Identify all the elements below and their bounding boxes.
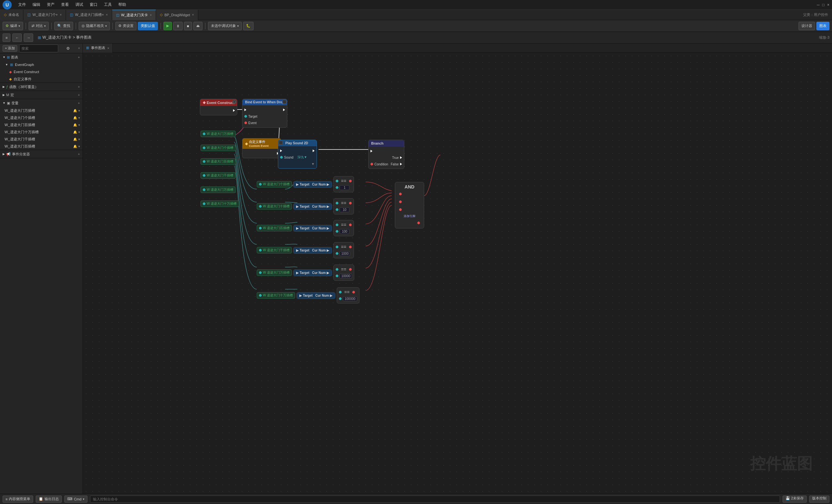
unsaved-btn[interactable]: 💾 2未保存 [783, 496, 807, 503]
cmp-wan-out[interactable] [258, 271, 262, 274]
hide-unrelated-button[interactable]: ◎ 隐藏不相关 ▾ [79, 22, 110, 30]
eq6-in1[interactable] [339, 290, 342, 294]
eq-node-4[interactable]: == 1000 [334, 242, 354, 258]
var-arrow-icon[interactable]: ▾ [78, 109, 80, 112]
tab-w-gate-lock[interactable]: ◫ W_遗迹大门关卡 × [112, 10, 156, 20]
nav-forward-btn[interactable]: → [24, 33, 33, 42]
exec-out-pin[interactable] [233, 109, 235, 112]
output-log-btn[interactable]: 📋 输出日志 [36, 496, 62, 503]
var-bai-out[interactable] [202, 160, 206, 163]
graph-canvas[interactable]: ◆ Event Construct □ Bind Event to When D… [83, 53, 832, 494]
var-getter-compare-shiwan[interactable]: W 遗迹大门十万插槽 [257, 292, 295, 299]
var-getter-shiwan[interactable]: W 遗迹大门十万插槽 [201, 201, 239, 207]
play-button[interactable]: ▶ [163, 22, 172, 30]
eq4-value[interactable]: 1000 [340, 251, 350, 256]
section-graph-add[interactable]: + [78, 55, 80, 59]
tab-w-gate-lock-close[interactable]: × [150, 13, 152, 17]
pause-button[interactable]: ⏸ [173, 22, 183, 30]
debug-dropdown-icon[interactable]: ▾ [237, 24, 239, 28]
eq-node-6[interactable]: == 100000 [337, 287, 359, 303]
var-item-wan[interactable]: W_遗迹大门万插槽 🔔 ▾ [0, 107, 82, 114]
and-out-pin[interactable] [417, 221, 420, 224]
node-and[interactable]: AND 添加引脚 [395, 182, 424, 229]
section-variables-header[interactable]: ▼ ▣ 变量 + [0, 99, 82, 107]
and-add-pin[interactable]: 添加引脚 [397, 214, 422, 218]
play-exec-in-pin[interactable] [280, 150, 282, 152]
eq6-value[interactable]: 100000 [343, 296, 357, 301]
stop-button[interactable]: ■ [184, 22, 192, 30]
bind-collapse-btn[interactable] [282, 100, 286, 104]
section-dispatchers-header[interactable]: ▶ 📢 事件分发器 + [0, 150, 82, 158]
cmp-node-6[interactable]: ▶ Target Cur Num ▶ [296, 292, 335, 299]
var-bai-bell-icon[interactable]: 🔔 [73, 123, 77, 127]
compare-dropdown-icon[interactable]: ▾ [44, 24, 46, 28]
version-control-btn[interactable]: 版本控制 [809, 496, 829, 503]
cmp-node-3[interactable]: ▶ Target Cur Num ▶ [293, 225, 332, 232]
var-shiwan-arrow-icon[interactable]: ▾ [78, 130, 80, 134]
menu-window[interactable]: 窗口 [87, 1, 100, 8]
branch-condition-in[interactable] [370, 162, 373, 166]
tab-w-gate-small[interactable]: ◫ W_遗迹大门个+ × [23, 10, 66, 20]
section-variables-add[interactable]: + [78, 101, 80, 105]
var-shiwan-out[interactable] [202, 202, 206, 205]
node-bind-event[interactable]: Bind Event to When Drop Target [242, 99, 287, 128]
eq5-in2[interactable] [335, 274, 339, 277]
cmp-node-1[interactable]: ▶ Target Cur Num ▶ [293, 181, 332, 188]
var-ge-bell-icon[interactable]: 🔔 [73, 116, 77, 120]
var-wan2-out[interactable] [202, 188, 206, 191]
var-shiwan-bell-icon[interactable]: 🔔 [73, 130, 77, 134]
node-play-sound[interactable]: Play Sound 2D Sound 深仇▼ ▼ [278, 140, 317, 169]
eq1-in2[interactable] [335, 186, 339, 189]
eq3-in1[interactable] [335, 223, 339, 227]
class-default-button[interactable]: 类默认值 [138, 22, 158, 30]
var-bell-icon[interactable]: 🔔 [73, 109, 77, 112]
and-in3-pin[interactable] [398, 208, 402, 211]
cmp-bai-out[interactable] [258, 226, 262, 230]
window-close[interactable]: × [827, 3, 829, 7]
cmp-node-4[interactable]: ▶ Target Cur Num ▶ [293, 247, 332, 254]
eq-node-1[interactable]: == 1 [334, 176, 354, 192]
var-bai2-bell-icon[interactable]: 🔔 [73, 144, 77, 148]
var-item-qian[interactable]: W_遗迹大门千插槽 🔔 ▾ [0, 135, 82, 143]
cmp-node-2[interactable]: ▶ Target Cur Num ▶ [293, 203, 332, 210]
menu-file[interactable]: 文件 [16, 1, 29, 8]
branch-true-pin[interactable] [400, 156, 402, 159]
eq6-out[interactable] [352, 290, 355, 294]
debug-target-button[interactable]: 未选中调试对象 ▾ [208, 22, 242, 30]
node-custom-event[interactable]: ◆ 自定义事件 Custom Event [242, 138, 281, 158]
class-settings-button[interactable]: ⚙ 类设置 [115, 22, 136, 30]
var-item-bai2[interactable]: W_遗迹大门百插槽 🔔 ▾ [0, 143, 82, 150]
cmp-node-5[interactable]: ▶ Target Cur Num ▶ [293, 269, 332, 276]
bind-event-dot[interactable] [244, 121, 247, 125]
nav-back-btn[interactable]: ← [12, 33, 22, 42]
menu-asset[interactable]: 资产 [44, 1, 57, 8]
eq4-out[interactable] [348, 245, 352, 248]
menu-tools[interactable]: 工具 [101, 1, 114, 8]
event-panel-tab[interactable]: ⊞ 事件图表 × [83, 44, 113, 53]
compare-button[interactable]: ⇄ 对比 ▾ [29, 22, 49, 30]
sidebar-settings-icon[interactable]: ⚙ [66, 46, 70, 51]
var-qian-arrow-icon[interactable]: ▾ [78, 137, 80, 141]
cmp-qian-out[interactable] [258, 248, 262, 252]
var-wan-out[interactable] [202, 132, 206, 135]
tab-bp-drag-close[interactable]: × [192, 13, 194, 17]
eq5-value[interactable]: 10000 [340, 274, 352, 278]
var-getter-ge[interactable]: W 遗迹大门个插槽 [201, 144, 236, 151]
compile-dropdown-icon[interactable]: ▾ [19, 24, 20, 28]
eq3-in2[interactable] [335, 230, 339, 233]
eq-node-2[interactable]: == 10 [334, 198, 354, 214]
bind-exec-out-pin[interactable] [283, 109, 285, 111]
var-getter-bai[interactable]: W 遗迹大门百插槽 [201, 158, 236, 165]
cmd-input[interactable] [90, 496, 780, 503]
search-button[interactable]: 🔍 查找 [54, 22, 73, 30]
var-getter-wan2[interactable]: W 遗迹大门万插槽 [201, 187, 236, 193]
section-macros-add[interactable]: + [78, 93, 80, 97]
var-getter-compare-bai[interactable]: W 遗迹大门百插槽 [257, 225, 292, 231]
bind-exec-in-pin[interactable] [244, 109, 246, 111]
eq1-in1[interactable] [335, 179, 339, 183]
menu-help[interactable]: 帮助 [116, 1, 129, 8]
play-expand-icon[interactable]: ▼ [311, 162, 315, 166]
play-sound-expand[interactable] [279, 141, 283, 144]
nav-panel-btn[interactable]: ≡ [3, 33, 10, 42]
eq4-in2[interactable] [335, 251, 339, 255]
